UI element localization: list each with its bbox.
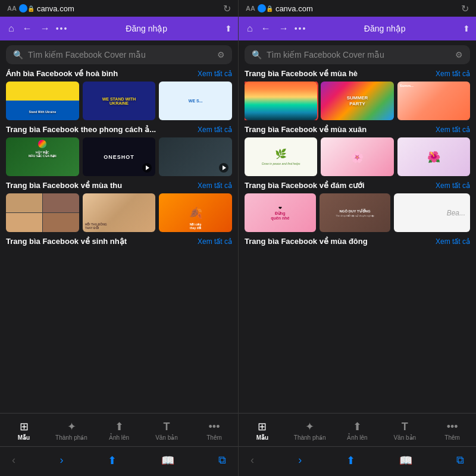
forward-icon-right[interactable]: →: [277, 22, 291, 35]
see-all-style[interactable]: Xem tất cả: [198, 126, 232, 134]
tab-bar-left: ⊞ Mẫu ✦ Thành phần ⬆ Ảnh lên T Văn bản •…: [0, 413, 238, 446]
template-card-summer-party[interactable]: SUMMERPARTY: [321, 82, 393, 120]
template-card-wedding-2[interactable]: NGÔ DUY TƯỚNG The shop thể hiện sự chuyê…: [320, 193, 391, 232]
home-icon-right[interactable]: ⌂: [245, 22, 255, 35]
section-title-ukraine: Ảnh bìa Facebook về hoà bình: [6, 69, 118, 78]
card-text: Đừngquên nhé: [271, 211, 289, 220]
template-card[interactable]: HỒI THU ĐÔNGTHAY ĐỔI: [83, 193, 156, 232]
template-card[interactable]: Stand With Ukraine: [6, 82, 79, 120]
thanh-phan-icon: ✦: [67, 420, 76, 433]
refresh-button-right[interactable]: ↻: [461, 3, 469, 14]
see-all-winter[interactable]: Xem tất cả: [436, 237, 470, 246]
tab-anh-len[interactable]: ⬆ Ảnh lên: [95, 420, 143, 441]
template-card[interactable]: [159, 137, 232, 176]
browser-book-icon[interactable]: 📖: [161, 454, 174, 467]
login-text[interactable]: Đăng nhập: [71, 24, 221, 33]
search-container-right[interactable]: 🔍 Tìm kiếm Facebook Cover mẫu ⚙: [245, 45, 470, 64]
tab-thanh-phan-right[interactable]: ✦ Thành phần: [286, 420, 334, 441]
tab-bar-right: ⊞ Mẫu ✦ Thành phần ⬆ Ảnh lên T Văn bản •…: [239, 413, 476, 446]
section-header-ukraine: Ảnh bìa Facebook về hoà bình Xem tất cả: [6, 69, 232, 78]
template-card[interactable]: WE S...: [159, 82, 232, 120]
filter-icon-right[interactable]: ⚙: [455, 50, 463, 60]
see-all-ukraine[interactable]: Xem tất cả: [198, 70, 232, 78]
browser-tabs-icon[interactable]: ⧉: [218, 454, 226, 466]
url-container-right: 🔒 canva.com: [266, 4, 461, 13]
aa-text: AA: [7, 5, 17, 12]
blossom-icon: 🌺: [397, 137, 470, 176]
search-icon: 🔍: [13, 50, 23, 60]
section-autumn: Trang bìa Facebook về mùa thu Xem tất cả: [0, 181, 238, 237]
nav-dots[interactable]: •••: [56, 24, 68, 33]
template-card-wedding-1[interactable]: ❤ Đừngquên nhé: [245, 193, 316, 232]
section-header-wedding: Trang bìa Facebook về đám cưới Xem tất c…: [245, 181, 470, 190]
back-icon-right[interactable]: ←: [259, 22, 273, 35]
see-all-summer[interactable]: Xem tất cả: [436, 70, 470, 78]
tab-them[interactable]: ••• Thêm: [190, 421, 238, 441]
forward-icon[interactable]: →: [38, 22, 52, 35]
blue-dot-right[interactable]: [258, 4, 266, 12]
them-icon: •••: [209, 421, 220, 433]
browser-tabs-icon-right[interactable]: ⧉: [456, 454, 464, 466]
browser-forward-icon[interactable]: ›: [60, 454, 64, 466]
tab-van-ban[interactable]: T Văn bản: [143, 421, 190, 441]
card-text: ONESHOT: [104, 154, 134, 160]
section-title-style: Trang bìa Facebook theo phong cách ả...: [6, 125, 156, 134]
template-card-summer-3[interactable]: Summ...: [397, 82, 470, 120]
browser-share-icon[interactable]: ⬆: [108, 454, 117, 467]
browser-back-icon[interactable]: ‹: [12, 454, 15, 466]
section-title-birthday: Trang bìa Facebook về sinh nhật: [6, 237, 127, 246]
home-icon[interactable]: ⌂: [6, 22, 17, 35]
section-header-summer: Trang bìa Facebook về mùa hè Xem tất cả: [245, 69, 470, 78]
tab-van-ban-right[interactable]: T Văn bản: [381, 421, 428, 441]
browser-back-icon-right[interactable]: ‹: [250, 454, 254, 466]
thanh-phan-icon-right: ✦: [305, 420, 314, 433]
section-birthday: Trang bìa Facebook về sinh nhật Xem tất …: [0, 237, 238, 254]
browser-bottom-right: ‹ › ⬆ 📖 ⧉: [239, 446, 476, 476]
search-placeholder-right[interactable]: Tìm kiếm Facebook Cover mẫu: [267, 50, 450, 60]
template-card-spring-1[interactable]: 🌿 Grow in peace and find helps: [245, 137, 317, 176]
url-container: 🔒 canva.com: [27, 4, 223, 13]
template-card[interactable]: WE STAND WITHUKRAINE: [83, 82, 156, 120]
share-icon[interactable]: ⬆: [225, 24, 232, 33]
browser-forward-icon-right[interactable]: ›: [298, 454, 302, 466]
browser-book-icon-right[interactable]: 📖: [399, 454, 412, 467]
anh-len-label: Ảnh lên: [109, 434, 129, 441]
back-icon[interactable]: ←: [20, 22, 35, 35]
status-bar-right-controls: AA: [246, 4, 266, 12]
tab-mau[interactable]: ⊞ Mẫu: [0, 420, 48, 441]
filter-icon[interactable]: ⚙: [217, 50, 225, 60]
leaf-icon: 🍂: [189, 206, 202, 220]
share-icon-right[interactable]: ⬆: [463, 24, 470, 33]
browser-nav-right: ⌂ ← → ••• Đăng nhập ⬆: [239, 17, 476, 40]
tab-mau-right[interactable]: ⊞ Mẫu: [239, 420, 286, 441]
template-card-spring-3[interactable]: 🌺: [397, 137, 470, 176]
see-all-autumn[interactable]: Xem tất cả: [198, 181, 232, 190]
tab-thanh-phan[interactable]: ✦ Thành phần: [48, 420, 95, 441]
template-card-wedding-3[interactable]: Bea...: [394, 193, 470, 232]
autumn-collage: [6, 193, 79, 232]
play-button[interactable]: [142, 163, 152, 173]
see-all-wedding[interactable]: Xem tất cả: [436, 181, 470, 190]
login-text-right[interactable]: Đăng nhập: [310, 24, 459, 33]
see-all-spring[interactable]: Xem tất cả: [436, 126, 470, 134]
template-card-spring-2[interactable]: 🌸: [321, 137, 393, 176]
template-card[interactable]: HÃY MẶCMÀU SẮC CỦA BẠN: [6, 137, 79, 176]
card-text: Summ...: [400, 84, 468, 87]
template-card[interactable]: ONESHOT: [83, 137, 156, 176]
nav-dots-right[interactable]: •••: [295, 24, 307, 33]
search-container-left[interactable]: 🔍 Tìm kiếm Facebook Cover mẫu ⚙: [6, 45, 232, 64]
tab-them-right[interactable]: ••• Thêm: [428, 421, 476, 441]
card-text: WE STAND WITHUKRAINE: [102, 97, 136, 105]
tab-anh-len-right[interactable]: ⬆ Ảnh lên: [334, 420, 381, 441]
browser-share-icon-right[interactable]: ⬆: [346, 454, 355, 467]
card-text: Bea...: [447, 209, 465, 217]
play-button[interactable]: [219, 163, 228, 173]
refresh-button[interactable]: ↻: [223, 3, 231, 14]
template-card[interactable]: [6, 193, 79, 232]
template-card-summer-sunset[interactable]: [245, 82, 317, 120]
blue-dot[interactable]: [19, 4, 27, 12]
see-all-birthday[interactable]: Xem tất cả: [198, 237, 232, 246]
search-placeholder[interactable]: Tìm kiếm Facebook Cover mẫu: [28, 50, 212, 60]
template-card[interactable]: 🍂 Nồi cơmthay đổi: [159, 193, 232, 232]
section-header-style: Trang bìa Facebook theo phong cách ả... …: [6, 125, 232, 134]
